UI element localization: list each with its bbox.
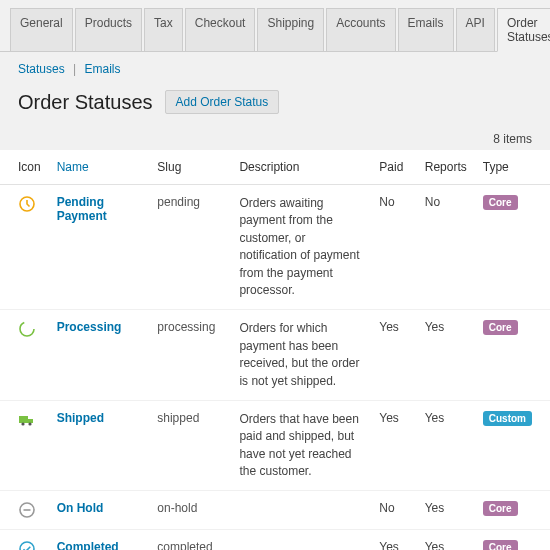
col-reports: Reports	[417, 150, 475, 185]
tab-tax[interactable]: Tax	[144, 8, 183, 51]
status-reports: Yes	[417, 400, 475, 491]
svg-rect-3	[28, 419, 33, 423]
type-badge: Custom	[483, 411, 532, 426]
table-row: On Holdon-holdNoYesCore	[0, 491, 550, 530]
status-paid: Yes	[371, 400, 416, 491]
svg-rect-2	[19, 416, 28, 423]
page-header: Order Statuses Add Order Status	[0, 86, 550, 128]
tab-accounts[interactable]: Accounts	[326, 8, 395, 51]
type-badge: Core	[483, 195, 518, 210]
subnav-statuses[interactable]: Statuses	[18, 62, 65, 76]
status-slug: shipped	[149, 400, 231, 491]
clock-icon	[18, 195, 36, 213]
status-reports: Yes	[417, 491, 475, 530]
col-icon: Icon	[0, 150, 49, 185]
col-type: Type	[475, 150, 550, 185]
spinner-icon	[18, 320, 36, 338]
svg-point-8	[20, 542, 34, 550]
order-statuses-table: Icon Name Slug Description Paid Reports …	[0, 150, 550, 550]
status-description: Orders for which payment has been receiv…	[231, 310, 371, 401]
status-name-link[interactable]: Shipped	[57, 411, 104, 425]
table-row: ShippedshippedOrders that have been paid…	[0, 400, 550, 491]
type-badge: Core	[483, 320, 518, 335]
add-order-status-button[interactable]: Add Order Status	[165, 90, 280, 114]
status-description	[231, 530, 371, 550]
table-row: Pending PaymentpendingOrders awaiting pa…	[0, 185, 550, 310]
status-paid: No	[371, 491, 416, 530]
page-title: Order Statuses	[18, 91, 153, 114]
status-paid: Yes	[371, 310, 416, 401]
check-circle-icon	[18, 540, 36, 550]
tab-shipping[interactable]: Shipping	[257, 8, 324, 51]
svg-point-4	[21, 422, 24, 425]
table-row: ProcessingprocessingOrders for which pay…	[0, 310, 550, 401]
col-paid: Paid	[371, 150, 416, 185]
subnav: Statuses | Emails	[0, 52, 550, 86]
tab-general[interactable]: General	[10, 8, 73, 51]
table-body: Pending PaymentpendingOrders awaiting pa…	[0, 185, 550, 551]
svg-point-5	[28, 422, 31, 425]
tab-order-statuses[interactable]: Order Statuses	[497, 8, 550, 52]
status-slug: pending	[149, 185, 231, 310]
status-description: Orders that have been paid and shipped, …	[231, 400, 371, 491]
tab-emails[interactable]: Emails	[398, 8, 454, 51]
status-reports: Yes	[417, 530, 475, 550]
status-name-link[interactable]: Pending Payment	[57, 195, 107, 223]
tab-api[interactable]: API	[456, 8, 495, 51]
tab-checkout[interactable]: Checkout	[185, 8, 256, 51]
status-slug: on-hold	[149, 491, 231, 530]
settings-tabs: GeneralProductsTaxCheckoutShippingAccoun…	[0, 0, 550, 52]
col-slug: Slug	[149, 150, 231, 185]
status-description: Orders awaiting payment from the custome…	[231, 185, 371, 310]
type-badge: Core	[483, 540, 518, 550]
status-paid: Yes	[371, 530, 416, 550]
svg-point-1	[20, 322, 34, 336]
type-badge: Core	[483, 501, 518, 516]
col-name[interactable]: Name	[49, 150, 150, 185]
item-count: 8 items	[0, 128, 550, 150]
status-description	[231, 491, 371, 530]
status-slug: completed	[149, 530, 231, 550]
table-row: CompletedcompletedYesYesCore	[0, 530, 550, 550]
tab-products[interactable]: Products	[75, 8, 142, 51]
status-reports: Yes	[417, 310, 475, 401]
subnav-separator: |	[73, 62, 76, 76]
table-header-row: Icon Name Slug Description Paid Reports …	[0, 150, 550, 185]
status-slug: processing	[149, 310, 231, 401]
col-description: Description	[231, 150, 371, 185]
status-paid: No	[371, 185, 416, 310]
status-name-link[interactable]: Completed	[57, 540, 119, 550]
truck-icon	[18, 411, 36, 429]
status-name-link[interactable]: Processing	[57, 320, 122, 334]
subnav-emails[interactable]: Emails	[85, 62, 121, 76]
status-reports: No	[417, 185, 475, 310]
status-name-link[interactable]: On Hold	[57, 501, 104, 515]
minus-circle-icon	[18, 501, 36, 519]
